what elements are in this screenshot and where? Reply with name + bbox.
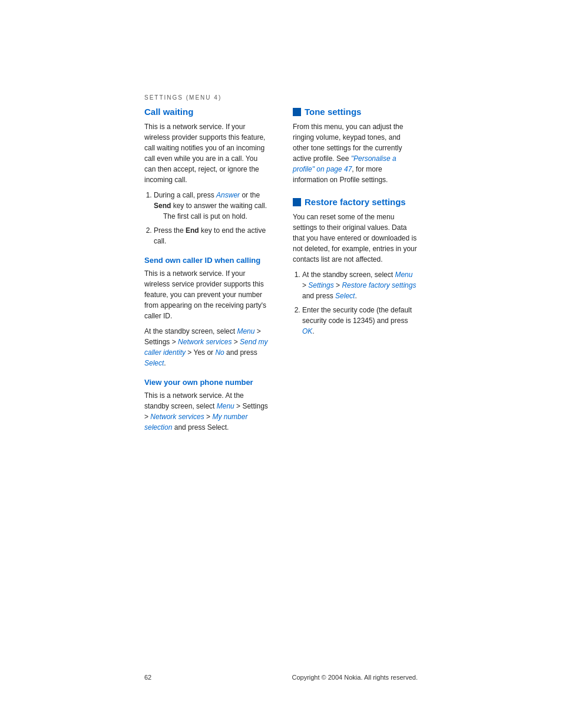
copyright: Copyright © 2004 Nokia. All rights reser… — [292, 674, 418, 681]
menu-link-3: Menu — [395, 271, 412, 279]
view-phone-title: View your own phone number — [144, 378, 269, 387]
send-caller-id-section: Send own caller ID when calling This is … — [144, 256, 269, 368]
restore-factory-step2: Enter the security code (the default sec… — [302, 305, 418, 337]
restore-factory-icon — [293, 198, 301, 206]
call-waiting-step1: During a call, press Answer or the Send … — [154, 190, 269, 222]
send-caller-id-instruction: At the standby screen, select Menu > Set… — [144, 326, 269, 368]
restore-factory-steps: At the standby screen, select Menu > Set… — [293, 269, 418, 337]
page-number: 62 — [144, 674, 151, 681]
page: Settings (Menu 4) Call waiting This is a… — [0, 0, 562, 728]
call-waiting-step2: Press the End key to end the active call… — [154, 225, 269, 246]
network-services-link-1: Network services — [178, 338, 232, 346]
no-link: No — [215, 348, 224, 357]
tone-settings-icon — [293, 108, 301, 116]
call-waiting-steps: During a call, press Answer or the Send … — [144, 190, 269, 246]
content-area: Call waiting This is a network service. … — [0, 107, 562, 437]
step1-indent: The first call is put on hold. — [154, 211, 269, 222]
end-key: End — [186, 226, 199, 235]
answer-link: Answer — [216, 191, 240, 199]
right-column: Tone settings From this menu, you can ad… — [293, 107, 418, 437]
menu-link-2: Menu — [217, 402, 234, 410]
call-waiting-body: This is a network service. If your wirel… — [144, 121, 269, 185]
menu-link-1: Menu — [237, 327, 254, 335]
select-link-1: Select — [144, 359, 164, 367]
restore-factory-title: Restore factory settings — [293, 197, 418, 207]
ok-link: OK — [302, 327, 312, 335]
restore-factory-link: Restore factory settings — [342, 281, 416, 289]
call-waiting-title: Call waiting — [144, 107, 269, 117]
network-services-link-2: Network services — [150, 413, 204, 421]
send-caller-id-body: This is a network service. If your wirel… — [144, 268, 269, 321]
restore-factory-body: You can reset some of the menu settings … — [293, 212, 418, 265]
breadcrumb: Settings (Menu 4) — [0, 0, 562, 107]
call-waiting-section: Call waiting This is a network service. … — [144, 107, 269, 246]
send-key: Send — [154, 202, 171, 210]
tone-settings-section: Tone settings From this menu, you can ad… — [293, 107, 418, 185]
footer: 62 Copyright © 2004 Nokia. All rights re… — [0, 674, 562, 681]
personalise-profile-link: "Personalise a profile" on page 47 — [293, 154, 396, 173]
tone-settings-body: From this menu, you can adjust the ringi… — [293, 121, 418, 185]
restore-factory-step1: At the standby screen, select Menu > Set… — [302, 269, 418, 301]
select-link-2: Select — [335, 292, 355, 300]
tone-settings-title: Tone settings — [293, 107, 418, 117]
send-caller-id-title: Send own caller ID when calling — [144, 256, 269, 265]
view-phone-body: This is a network service. At the standb… — [144, 390, 269, 433]
restore-factory-section: Restore factory settings You can reset s… — [293, 197, 418, 337]
settings-link: Settings — [308, 281, 333, 289]
view-phone-section: View your own phone number This is a net… — [144, 378, 269, 433]
left-column: Call waiting This is a network service. … — [144, 107, 269, 437]
